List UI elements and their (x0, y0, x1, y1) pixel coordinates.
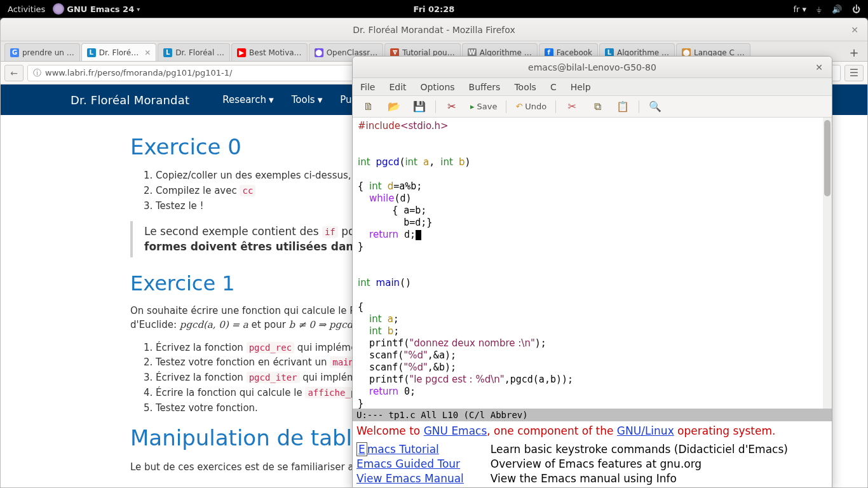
browser-tab[interactable]: Gprendre un … (4, 43, 80, 61)
keyboard-layout-indicator[interactable]: fr ▾ (793, 4, 806, 14)
back-button[interactable]: ← (4, 65, 24, 81)
nav-tools[interactable]: Tools ▼ (292, 94, 323, 105)
menu-c[interactable]: C (550, 82, 557, 92)
emacs-guided-tour-link[interactable]: Emacs Guided Tour (356, 458, 460, 470)
emacs-tutorial-link[interactable]: Emacs Tutorial (356, 442, 439, 456)
favicon-icon: L (87, 48, 96, 57)
emacs-toolbar: 🗎 📂 💾 ✂ ▸Save ↶Undo ✂ ⧉ 📋 🔍 (353, 96, 832, 118)
menu-options[interactable]: Options (421, 82, 455, 92)
tutorial-desc: Learn basic keystroke commands (Didactic… (491, 442, 815, 457)
emacs-modeline: U:--- tp1.c All L10 (C/l Abbrev) (353, 409, 832, 421)
emacs-scrollbar[interactable] (823, 118, 832, 409)
cut-icon-2[interactable]: ✂ (565, 100, 579, 114)
favicon-icon: ▶ (237, 48, 246, 57)
browser-tab[interactable]: ▶Best Motiva… (231, 43, 308, 61)
tab-label: Dr. Floré… (99, 48, 139, 57)
emacs-buffer[interactable]: #include<stdio.h> int pgcd(int a, int b)… (353, 118, 832, 409)
new-tab-button[interactable]: + (844, 43, 864, 61)
tab-label: prendre un … (22, 48, 74, 57)
new-file-icon[interactable]: 🗎 (362, 100, 376, 114)
emacs-welcome: Welcome to GNU Emacs, one component of t… (353, 421, 832, 488)
window-close-icon[interactable]: ✕ (851, 25, 858, 35)
scrollbar-thumb[interactable] (824, 120, 831, 196)
gnu-emacs-link[interactable]: GNU Emacs (424, 424, 487, 437)
activities-button[interactable]: Activities (8, 4, 45, 14)
manual-desc: View the Emacs manual using Info (491, 471, 815, 486)
browser-tab[interactable]: LDr. Floréal … (158, 43, 230, 61)
tab-label: Best Motiva… (249, 48, 302, 57)
gnu-linux-link[interactable]: GNU/Linux (617, 424, 674, 437)
window-close-icon[interactable]: ✕ (815, 62, 823, 72)
volume-icon[interactable]: 🔊 (832, 4, 842, 14)
emacs-menubar: FileEditOptionsBuffersToolsCHelp (353, 78, 832, 96)
gnome-topbar: Activities GNU Emacs 24▾ Fri 02:28 fr ▾ … (0, 0, 868, 18)
clock[interactable]: Fri 02:28 (414, 4, 455, 14)
power-icon[interactable]: ⏻ (852, 4, 860, 14)
nav-research[interactable]: Research ▼ (222, 94, 274, 105)
menu-help[interactable]: Help (571, 82, 591, 92)
cut-icon[interactable]: ✂ (445, 100, 459, 114)
emacs-icon (53, 3, 64, 15)
tab-label: Dr. Floréal … (175, 48, 224, 57)
save-icon[interactable]: 💾 (412, 100, 426, 114)
emacs-manual-link[interactable]: View Emacs Manual (356, 472, 464, 485)
emacs-titlebar: emacs@bilal-Lenovo-G50-80 ✕ (353, 57, 832, 78)
network-icon[interactable]: ⏚ (817, 4, 822, 14)
favicon-icon: G (10, 48, 19, 57)
firefox-titlebar: Dr. Floréal Morandat - Mozilla Firefox ✕ (1, 18, 867, 41)
tab-close-icon[interactable]: ✕ (144, 48, 151, 57)
site-identity-icon: ⓘ (33, 67, 41, 79)
site-brand[interactable]: Dr. Floréal Morandat (71, 93, 189, 107)
guided-tour-desc: Overview of Emacs features at gnu.org (491, 457, 815, 471)
copy-icon[interactable]: ⧉ (590, 100, 604, 114)
favicon-icon: ⬤ (315, 48, 323, 57)
app-menu[interactable]: GNU Emacs 24▾ (53, 3, 140, 15)
search-icon[interactable]: 🔍 (648, 100, 662, 114)
text-cursor (416, 230, 421, 240)
open-file-icon[interactable]: 📂 (387, 100, 401, 114)
favicon-icon: L (163, 48, 172, 57)
menu-buffers[interactable]: Buffers (469, 82, 501, 92)
undo-button[interactable]: ↶Undo (515, 102, 546, 111)
browser-tab[interactable]: LDr. Floré…✕ (81, 43, 156, 61)
emacs-window: emacs@bilal-Lenovo-G50-80 ✕ FileEditOpti… (352, 56, 832, 488)
save-button[interactable]: ▸Save (470, 102, 497, 111)
menu-edit[interactable]: Edit (389, 82, 406, 92)
menu-file[interactable]: File (360, 82, 375, 92)
menu-tools[interactable]: Tools (514, 82, 536, 92)
hamburger-menu-button[interactable]: ☰ (844, 65, 864, 81)
paste-icon[interactable]: 📋 (616, 100, 630, 114)
